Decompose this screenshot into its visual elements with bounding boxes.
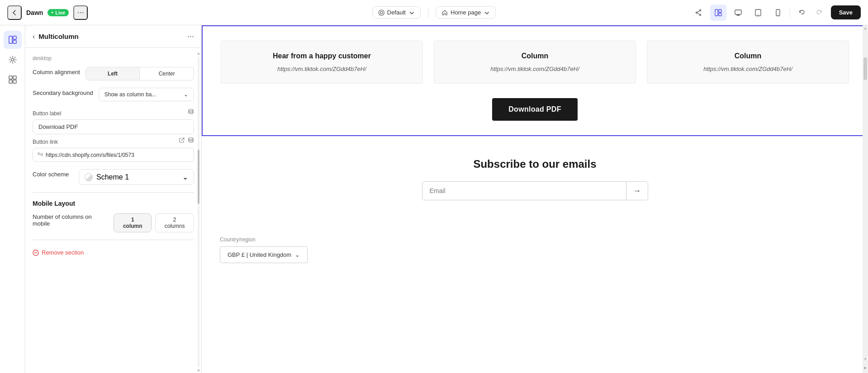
panel-content: desktop Column alignment Left Center Sec…	[25, 48, 201, 373]
alignment-center-button[interactable]: Center	[140, 67, 194, 80]
button-link-value: https://cdn.shopify.com/s/files/1/0573	[46, 152, 189, 158]
svg-point-1	[380, 11, 382, 14]
country-value: GBP £ | United Kingdom	[228, 251, 291, 258]
svg-rect-17	[9, 76, 12, 79]
footer-section: Country/region GBP £ | United Kingdom ⌄	[202, 222, 868, 278]
preview-scroll-down[interactable]: ▼	[863, 356, 868, 362]
col2-title: Column	[445, 52, 625, 60]
chevron-down-icon: ⌄	[184, 91, 188, 98]
share-button[interactable]	[690, 5, 707, 21]
svg-rect-18	[13, 76, 16, 79]
subscribe-section: Subscribe to our emails →	[202, 136, 868, 222]
sidebar-icon-apps[interactable]	[4, 71, 22, 89]
panel-back-button[interactable]: ‹	[33, 33, 35, 41]
button-label-input[interactable]	[33, 119, 194, 134]
secondary-bg-label: Secondary background	[33, 88, 93, 96]
multicolumn-section[interactable]: Hear from a happy customer https://vm.ti…	[202, 25, 868, 136]
divider	[428, 7, 428, 18]
home-page-label: Home page	[451, 9, 481, 16]
svg-point-16	[11, 58, 14, 61]
color-scheme-value: Scheme 1	[96, 173, 129, 181]
column-alignment-label: Column alignment	[33, 67, 80, 76]
email-input[interactable]	[422, 182, 626, 200]
database-icon-2[interactable]	[188, 137, 194, 145]
default-selector[interactable]: Default	[372, 6, 421, 19]
svg-rect-14	[13, 36, 16, 39]
column-card-2: Column https://vm.tiktok.com/ZGdd4b7eH/	[434, 41, 636, 84]
columns-grid: Hear from a happy customer https://vm.ti…	[221, 41, 849, 84]
color-scheme-dropdown[interactable]: Scheme 1 ⌄	[79, 169, 194, 185]
col1-title: Hear from a happy customer	[232, 52, 412, 60]
divider-1	[33, 192, 194, 193]
more-options-button[interactable]: ···	[73, 5, 88, 20]
svg-point-21	[189, 109, 193, 111]
app-name: Dawn	[26, 9, 43, 16]
panel-title: Multicolumn	[38, 33, 78, 40]
column-alignment-field: Column alignment Left Center	[33, 67, 194, 80]
column-card-1: Hear from a happy customer https://vm.ti…	[221, 41, 423, 84]
button-link-section: Button link https://cdn.shopify.c	[33, 137, 194, 162]
external-link-icon[interactable]	[179, 137, 185, 145]
panel-header: ‹ Multicolumn ···	[25, 25, 201, 48]
scroll-track	[198, 57, 199, 367]
svg-point-0	[379, 10, 384, 15]
download-btn-wrap: Download PDF	[221, 98, 849, 121]
country-select[interactable]: GBP £ | United Kingdom ⌄	[220, 246, 308, 263]
button-link-display[interactable]: https://cdn.shopify.com/s/files/1/0573	[33, 148, 194, 162]
button-link-icons	[179, 137, 194, 145]
col3-title: Column	[658, 52, 838, 60]
preview-area: Hear from a happy customer https://vm.ti…	[202, 25, 868, 373]
button-label-header: Button label	[33, 109, 194, 117]
link-prefix-icon	[38, 151, 43, 158]
col2-link: https://vm.tiktok.com/ZGdd4b7eH/	[445, 66, 625, 72]
secondary-bg-dropdown[interactable]: Show as column ba... ⌄	[99, 88, 194, 101]
num-columns-field: Number of columns on mobile 1 column 2 c…	[33, 213, 194, 232]
svg-point-4	[696, 12, 697, 13]
home-page-selector[interactable]: Home page	[436, 6, 496, 19]
mobile-layout-title: Mobile Layout	[33, 200, 194, 207]
scroll-thumb	[198, 150, 199, 204]
button-label-icons	[188, 109, 194, 117]
secondary-bg-value: Show as column ba...	[104, 91, 157, 98]
button-link-header: Button link	[33, 137, 194, 145]
sidebar-icon-sections[interactable]	[4, 31, 22, 49]
button-label-field-label: Button label	[33, 109, 73, 117]
preview-scroll-track	[863, 31, 867, 356]
chevron-down-country-icon: ⌄	[295, 251, 300, 258]
svg-point-12	[778, 14, 778, 14]
back-button[interactable]	[7, 5, 22, 20]
database-icon[interactable]	[188, 109, 194, 117]
col1-link: https://vm.tiktok.com/ZGdd4b7eH/	[232, 66, 412, 72]
desktop-view-button[interactable]	[730, 5, 746, 21]
scroll-down-arrow[interactable]: ▼	[196, 368, 201, 373]
mobile-view-button[interactable]	[770, 5, 786, 21]
divider-2	[33, 240, 194, 240]
tablet-view-button[interactable]	[750, 5, 766, 21]
remove-section-button[interactable]: Remove section	[33, 247, 194, 258]
preview-scroll-up[interactable]: ▲	[863, 25, 868, 31]
undo-button[interactable]	[794, 5, 810, 21]
topbar: Dawn Live ··· Default Home page	[0, 0, 868, 25]
panel-more-button[interactable]: ···	[187, 32, 194, 41]
save-button[interactable]: Save	[831, 5, 861, 19]
col-nums-control: 1 column 2 columns	[114, 213, 194, 232]
svg-rect-7	[719, 13, 721, 16]
scroll-up-arrow[interactable]: ▲	[196, 51, 201, 56]
svg-rect-19	[9, 80, 12, 83]
1-column-button[interactable]: 1 column	[114, 213, 152, 232]
redo-button[interactable]	[811, 5, 827, 21]
topbar-center: Default Home page	[372, 6, 496, 19]
preview-content: Hear from a happy customer https://vm.ti…	[202, 25, 868, 373]
sidebar-icon-settings[interactable]	[4, 51, 22, 69]
color-scheme-field: Color scheme Scheme 1 ⌄	[33, 169, 194, 185]
2-columns-button[interactable]: 2 columns	[155, 213, 194, 232]
bottom-scroll-arrow[interactable]: ▶	[863, 362, 868, 373]
svg-rect-6	[719, 9, 721, 12]
color-scheme-label: Color scheme	[33, 169, 73, 178]
editor-view-button[interactable]	[710, 5, 726, 21]
email-submit-button[interactable]: →	[626, 182, 648, 200]
alignment-left-button[interactable]: Left	[85, 67, 140, 80]
subscribe-title: Subscribe to our emails	[220, 158, 850, 170]
download-pdf-button[interactable]: Download PDF	[492, 98, 577, 121]
preview-scrollbar: ▲ ▼	[863, 25, 868, 362]
